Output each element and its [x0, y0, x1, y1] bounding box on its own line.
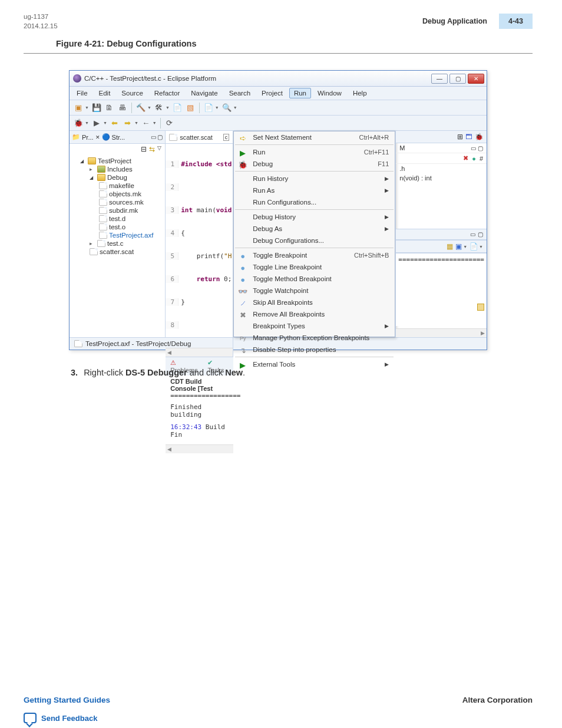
new-icon[interactable]: ▣ — [73, 103, 84, 113]
run-icon[interactable]: ▶ — [91, 118, 102, 129]
tree-scatter[interactable]: scatter.scat — [100, 248, 134, 255]
menu-debug-config[interactable]: Debug Configurations... — [234, 235, 395, 246]
menu-toggle-line-bp[interactable]: ● Toggle Line Breakpoint — [234, 261, 395, 273]
menu-debug-as[interactable]: Debug As▶ — [234, 223, 395, 235]
binary-icon[interactable]: 📄 — [172, 103, 183, 113]
tree-testproject-axf[interactable]: TestProject.axf — [109, 232, 153, 239]
close-button[interactable]: ✕ — [468, 74, 484, 84]
tab-project-explorer[interactable]: Pr... — [82, 134, 94, 141]
eclipse-icon — [73, 74, 81, 83]
menu-remove-all-bp[interactable]: ✖ Remove All Breakpoints — [234, 308, 395, 320]
perspective-icon-2[interactable]: 🗔 — [465, 133, 472, 140]
console-output: ================== Finished building 16:… — [166, 392, 233, 442]
minimize-button[interactable]: — — [431, 74, 448, 84]
tab-streams[interactable]: Str... — [112, 134, 125, 141]
tree-testproject[interactable]: TestProject — [98, 157, 131, 164]
maximize-view-icon[interactable]: ▢ — [157, 134, 163, 140]
console-action-icon[interactable]: ▦ — [447, 242, 453, 251]
menu-search[interactable]: Search — [224, 88, 255, 98]
menu-run-history[interactable]: Run History▶ — [234, 173, 395, 185]
toolbar-row-2: 🐞▼ ▶▼ ⬅ ➡▼ ←▼ ⟳ — [70, 116, 487, 131]
menu-run[interactable]: Run — [289, 88, 311, 98]
feedback-icon[interactable] — [24, 713, 37, 723]
back-icon[interactable]: ⬅ — [110, 118, 120, 129]
maximize-view-icon[interactable]: ▢ — [478, 231, 483, 238]
page-footer: Getting Started Guides Altera Corporatio… — [24, 696, 533, 704]
refresh-icon[interactable]: ⟳ — [164, 118, 175, 129]
console-scrollbar[interactable]: ◀ — [166, 444, 233, 453]
tree-debug[interactable]: Debug — [107, 174, 127, 181]
open-type-icon[interactable]: 🔍 — [222, 103, 232, 113]
editor-scrollbar[interactable]: ◀ — [166, 348, 233, 357]
tree-test-o[interactable]: test.o — [109, 223, 125, 230]
menu-toggle-bp[interactable]: ● Toggle BreakpointCtrl+Shift+B — [234, 249, 395, 261]
tree-makefile[interactable]: makefile — [109, 182, 134, 189]
nav-back-icon[interactable]: ← — [141, 118, 151, 129]
menu-project[interactable]: Project — [257, 88, 287, 98]
editor-tab-name[interactable]: scatter.scat — [180, 134, 213, 141]
menu-disable-step-into[interactable]: ↴ Disable Step into properties — [234, 344, 395, 355]
menu-set-next-statement[interactable]: ➪ Set Next StatementCtrl+Alt+R — [234, 131, 395, 143]
menu-debug-history[interactable]: Debug History▶ — [234, 211, 395, 223]
feedback-link[interactable]: Send Feedback — [41, 714, 97, 723]
rss-icon[interactable]: ▧ — [185, 103, 196, 113]
minimize-view-icon[interactable]: ▭ — [151, 134, 156, 140]
menu-refactor[interactable]: Refactor — [150, 88, 184, 98]
tree-subdir-mk[interactable]: subdir.mk — [109, 207, 138, 214]
menu-run-config[interactable]: Run Configurations... — [234, 196, 395, 208]
print-icon[interactable]: 🖶 — [117, 103, 128, 113]
folder-icon — [88, 157, 96, 164]
minimize-view-icon[interactable]: ▭ — [471, 145, 476, 151]
tree-objects-mk[interactable]: objects.mk — [109, 190, 141, 197]
perspective-icon-1[interactable]: ⊞ — [457, 133, 463, 141]
view-menu-icon[interactable]: ▽ — [157, 145, 161, 153]
build-icon[interactable]: 🔨 — [135, 103, 146, 113]
menu-manage-python-bp[interactable]: Py Manage Python Exception Breakpoints — [234, 332, 395, 344]
menu-external-tools[interactable]: ▶ External Tools▶ — [234, 358, 395, 370]
menu-run-as[interactable]: Run As▶ — [234, 185, 395, 196]
right-scrollbar[interactable]: ▶ — [396, 328, 487, 337]
menu-debug-cmd[interactable]: 🐞 DebugF11 — [234, 158, 395, 170]
circle-icon[interactable]: ● — [472, 155, 476, 162]
tree-sources-mk[interactable]: sources.mk — [109, 199, 144, 206]
menu-bp-types[interactable]: Breakpoint Types▶ — [234, 320, 395, 332]
menu-toggle-watchpoint[interactable]: 👓 Toggle Watchpoint — [234, 285, 395, 297]
code-editor[interactable]: 1#include <std 2 3int main(void 4{ 5 pri… — [166, 144, 233, 345]
menu-source[interactable]: Source — [117, 88, 147, 98]
collapse-all-icon[interactable]: ⊟ — [141, 145, 147, 153]
hash-icon[interactable]: # — [480, 155, 483, 162]
menu-skip-all-bp[interactable]: ⟋ Skip All Breakpoints — [234, 297, 395, 308]
menu-navigate[interactable]: Navigate — [186, 88, 222, 98]
menu-edit[interactable]: Edit — [94, 88, 115, 98]
console-action-icon[interactable]: ▣ — [455, 242, 462, 251]
maximize-button[interactable]: ▢ — [449, 74, 466, 84]
project-tree[interactable]: TestProject Includes Debug makefile obje… — [70, 154, 165, 258]
menu-file[interactable]: File — [72, 88, 92, 98]
menu-help[interactable]: Help — [348, 88, 372, 98]
includes-icon — [97, 166, 105, 173]
save-all-icon[interactable]: 🗎 — [104, 103, 115, 113]
play-icon: ▶ — [237, 148, 248, 157]
save-icon[interactable]: 💾 — [91, 103, 102, 113]
menu-window[interactable]: Window — [313, 88, 346, 98]
tree-includes[interactable]: Includes — [107, 166, 133, 173]
menu-run-cmd[interactable]: ▶ RunCtrl+F11 — [234, 146, 395, 158]
console-action-icon[interactable]: 📄 — [470, 242, 478, 251]
debug-icon[interactable]: 🐞 — [73, 118, 84, 129]
forward-icon[interactable]: ➡ — [123, 118, 133, 129]
minimize-view-icon[interactable]: ▭ — [470, 231, 475, 238]
maximize-view-icon[interactable]: ▢ — [478, 145, 483, 151]
editor-panel: scatter.scat c 1#include <std 2 3int mai… — [166, 131, 233, 357]
new-file-icon[interactable]: 📄 — [203, 103, 214, 113]
page-number: 4-43 — [499, 14, 533, 29]
error-icon[interactable]: ✖ — [463, 154, 468, 162]
file-icon — [99, 207, 107, 214]
perspective-debug-icon[interactable]: 🐞 — [475, 133, 483, 141]
footer-left-link[interactable]: Getting Started Guides — [24, 696, 110, 704]
tree-test-c[interactable]: test.c — [107, 240, 123, 247]
hammer-icon[interactable]: 🛠 — [154, 103, 164, 113]
link-editor-icon[interactable]: ⇆ — [149, 145, 155, 153]
menu-toggle-method-bp[interactable]: ● Toggle Method Breakpoint — [234, 273, 395, 285]
tree-test-d[interactable]: test.d — [109, 215, 125, 222]
c-toggle-icon[interactable]: c — [223, 134, 230, 141]
